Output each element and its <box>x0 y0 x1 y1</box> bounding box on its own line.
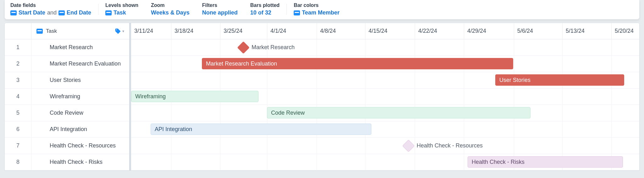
gantt-bar[interactable]: Health Check - Risks <box>468 156 623 168</box>
toolbar-label: Filters <box>202 3 238 8</box>
timeline-tick: 5/20/24 <box>611 23 634 39</box>
row-number: 5 <box>5 105 31 121</box>
timeline-row: User Stories <box>131 72 639 89</box>
filters-value[interactable]: None applied <box>202 9 238 16</box>
task-name: Health Check - Risks <box>31 154 129 170</box>
timeline-tick: 4/22/24 <box>415 23 437 39</box>
timeline-row: API Integration <box>131 121 639 138</box>
task-column-label[interactable]: Task <box>46 28 57 34</box>
left-header: Task ▾ <box>5 23 129 39</box>
milestone-label: Market Research <box>252 44 295 51</box>
timeline-tick: 5/6/24 <box>514 23 533 39</box>
row-number: 7 <box>5 138 31 154</box>
gantt-timeline[interactable]: 3/11/243/18/243/25/244/1/244/8/244/15/24… <box>131 23 639 170</box>
task-name: Wireframing <box>31 89 129 105</box>
toolbar-separator <box>286 4 287 15</box>
row-number: 6 <box>5 121 31 137</box>
task-row[interactable]: 3User Stories <box>5 72 129 89</box>
zoom-value[interactable]: Weeks & Days <box>151 9 190 16</box>
toolbar-bars-plotted[interactable]: Bars plotted 10 of 32 <box>244 3 286 16</box>
task-name: User Stories <box>31 72 129 88</box>
task-name: API Integration <box>31 121 129 137</box>
card-icon <box>294 10 300 15</box>
task-name: Market Research <box>31 39 129 55</box>
gantt-chart: Task ▾ 1Market Research2Market Research … <box>4 23 640 171</box>
diamond-icon <box>402 140 415 152</box>
card-icon <box>36 29 43 34</box>
toolbar-levels[interactable]: Levels shown Task <box>99 3 145 16</box>
gantt-bar[interactable]: Market Research Evaluation <box>202 58 513 69</box>
timeline-tick: 3/11/24 <box>131 23 153 39</box>
card-icon <box>105 10 112 15</box>
gantt-left-panel: Task ▾ 1Market Research2Market Research … <box>5 23 131 170</box>
bar-colors-value[interactable]: Team Member <box>302 9 340 16</box>
task-name: Market Research Evaluation <box>31 56 129 72</box>
row-number: 4 <box>5 89 31 105</box>
task-row[interactable]: 1Market Research <box>5 39 129 56</box>
toolbar-label: Bars plotted <box>250 3 280 8</box>
timeline-row: Market Research <box>131 39 639 56</box>
diamond-icon <box>237 41 250 54</box>
start-date-link[interactable]: Start Date <box>19 9 45 16</box>
toolbar-separator <box>98 4 98 15</box>
timeline-tick: 4/1/24 <box>267 23 286 39</box>
row-number: 2 <box>5 56 31 72</box>
task-row[interactable]: 7Health Check - Resources <box>5 138 129 154</box>
timeline-tick: 3/25/24 <box>220 23 242 39</box>
end-date-link[interactable]: End Date <box>67 9 91 16</box>
row-number: 1 <box>5 39 31 55</box>
row-number-header <box>5 23 31 39</box>
timeline-tick: 4/15/24 <box>365 23 387 39</box>
toolbar-label: Zoom <box>151 3 190 8</box>
timeline-row: Health Check - Risks <box>131 154 639 170</box>
task-row[interactable]: 4Wireframing <box>5 89 129 105</box>
card-icon <box>10 10 17 15</box>
gantt-bar[interactable]: API Integration <box>151 123 371 135</box>
task-row[interactable]: 8Health Check - Risks <box>5 154 129 170</box>
toolbar-bar-colors[interactable]: Bar colors Team Member <box>287 3 346 16</box>
tag-icon <box>115 28 121 34</box>
task-row[interactable]: 6API Integration <box>5 121 129 138</box>
milestone-label: Health Check - Resources <box>417 142 483 149</box>
bars-plotted-value[interactable]: 10 of 32 <box>250 9 271 16</box>
timeline-header: 3/11/243/18/243/25/244/1/244/8/244/15/24… <box>131 23 639 39</box>
gantt-bar[interactable]: Code Review <box>267 107 530 118</box>
task-name: Code Review <box>31 105 129 121</box>
gantt-bar[interactable]: Wireframing <box>131 91 258 102</box>
timeline-tick: 5/13/24 <box>562 23 585 39</box>
timeline-tick: 4/29/24 <box>464 23 486 39</box>
gantt-milestone[interactable]: Health Check - Resources <box>404 141 483 150</box>
toolbar-label: Bar colors <box>294 3 340 8</box>
gantt-bar[interactable]: User Stories <box>495 74 624 86</box>
and-text: and <box>47 9 57 16</box>
row-number: 8 <box>5 154 31 170</box>
toolbar-filters[interactable]: Filters None applied <box>196 3 244 16</box>
toolbar-date-fields[interactable]: Date fields Start Date and End Date <box>10 3 97 16</box>
timeline-row: Code Review <box>131 105 639 121</box>
chevron-down-icon: ▾ <box>122 29 124 33</box>
toolbar-zoom[interactable]: Zoom Weeks & Days <box>145 3 196 16</box>
timeline-row: Market Research Evaluation <box>131 56 639 72</box>
task-row[interactable]: 2Market Research Evaluation <box>5 56 129 72</box>
tag-dropdown[interactable]: ▾ <box>115 28 124 34</box>
gantt-milestone[interactable]: Market Research <box>239 43 295 52</box>
task-row[interactable]: 5Code Review <box>5 105 129 121</box>
toolbar-label: Levels shown <box>105 3 138 8</box>
card-icon <box>58 10 65 15</box>
toolbar: Date fields Start Date and End Date Leve… <box>4 0 640 20</box>
timeline-tick: 4/8/24 <box>317 23 336 39</box>
timeline-row: Health Check - Resources <box>131 138 639 154</box>
timeline-row: Wireframing <box>131 89 639 105</box>
levels-value[interactable]: Task <box>114 9 126 16</box>
row-number: 3 <box>5 72 31 88</box>
task-name: Health Check - Resources <box>31 138 129 154</box>
timeline-tick: 3/18/24 <box>171 23 193 39</box>
toolbar-label: Date fields <box>10 3 91 8</box>
